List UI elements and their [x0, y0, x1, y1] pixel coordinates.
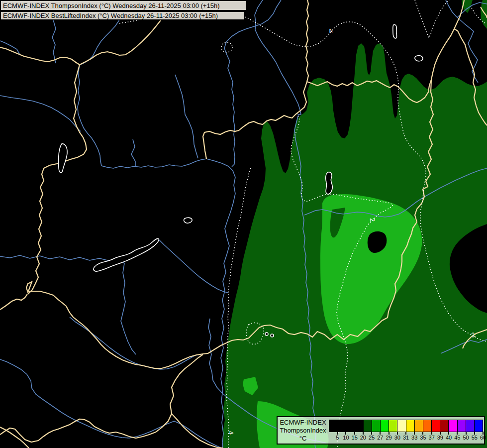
contour-label-2: 2: [369, 218, 377, 222]
forecast-map: 4224: [0, 0, 487, 448]
legend-cell-16: [466, 420, 474, 432]
lake-small-north1: [393, 24, 397, 38]
legend-model-name: ECMWF-INDEX: [278, 419, 328, 427]
legend-index-name: ThompsonIndex: [278, 427, 328, 435]
lake-velence: [184, 218, 193, 223]
title-text-line1: ECMWF-INDEX ThompsonIndex (°C) Wednesday…: [3, 2, 219, 9]
title-bar-best-lifted-index: ECMWF-INDEX BestLiftedIndex (°C) Wednesd…: [0, 11, 245, 20]
legend-cell-9: [406, 420, 414, 432]
legend-cell-2: [346, 420, 354, 432]
lake-tiny1: [265, 333, 268, 336]
legend-tick-label-60: 60: [477, 435, 487, 441]
legend-cell-5: [372, 420, 380, 432]
lake-tisza: [326, 172, 333, 194]
title-text-line2: ECMWF-INDEX BestLiftedIndex (°C) Wednesd…: [3, 12, 218, 19]
legend-cell-3: [355, 420, 363, 432]
legend-cell-1: [337, 420, 346, 432]
legend-text-block: ECMWF-INDEX ThompsonIndex °C: [278, 419, 328, 443]
legend-cell-12: [431, 420, 440, 432]
legend-cell-14: [448, 420, 457, 432]
lake-small-north2: [415, 56, 423, 61]
legend-unit: °C: [278, 435, 328, 443]
legend-cell-15: [457, 420, 466, 432]
legend-cell-7: [389, 420, 397, 432]
color-scale-legend: ECMWF-INDEX ThompsonIndex °C 51015202527…: [277, 416, 485, 445]
legend-cell-13: [440, 420, 448, 432]
lake-tiny2: [271, 334, 274, 337]
legend-cell-17: [474, 420, 483, 432]
title-bar-thompson-index: ECMWF-INDEX ThompsonIndex (°C) Wednesday…: [0, 0, 247, 11]
legend-cell-0: [329, 420, 337, 432]
legend-cell-6: [380, 420, 389, 432]
legend-cell-10: [414, 420, 423, 432]
legend-color-bar: [329, 420, 483, 432]
legend-cell-11: [423, 420, 431, 432]
legend-cell-8: [397, 420, 405, 432]
weather-map-app: 4224 ECMWF-INDEX ThompsonIndex (°C) Wedn…: [0, 0, 487, 448]
legend-cell-4: [363, 420, 372, 432]
